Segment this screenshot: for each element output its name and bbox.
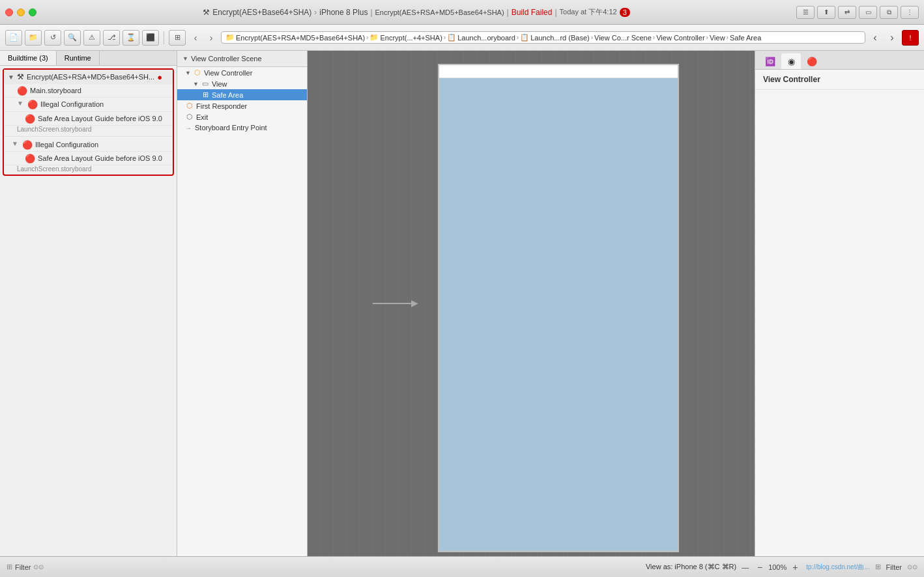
entry-point-arrow (373, 303, 412, 304)
search-icon[interactable]: 🔍 (64, 30, 81, 46)
view-icon: ▭ (201, 79, 210, 88)
error-icon-5: 🔴 (25, 154, 35, 163)
traffic-lights (5, 8, 36, 16)
issues-panel: Buildtime (3) Runtime ▼ ⚒ Encrypt(AES+RS… (0, 51, 177, 556)
build-status: Build Failed (512, 8, 553, 17)
bc-folder-icon-2: 📁 (369, 33, 379, 42)
issue-text-5: Safe Area Layout Guide before iOS 9.0 (38, 154, 169, 163)
inspector-title: View Controller (755, 70, 924, 90)
main-layout: Buildtime (3) Runtime ▼ ⚒ Encrypt(AES+RS… (0, 51, 924, 556)
issue-text-2: Illegal Configuration (40, 100, 169, 109)
inspector-content (755, 90, 924, 556)
canvas-area[interactable] (308, 51, 755, 556)
group-error-icon: ● (157, 73, 162, 81)
zoom-separator: — (742, 563, 749, 571)
tab-quick-help[interactable]: ◉ (781, 53, 801, 69)
grid-icon[interactable]: ⊞ (169, 30, 186, 46)
swap-icon[interactable]: ⇄ (838, 6, 856, 19)
tree-item-vc[interactable]: ▼ ⬡ View Controller (177, 67, 307, 78)
split-icon[interactable]: ⧉ (880, 6, 898, 19)
bc-item-6[interactable]: View (710, 34, 725, 42)
more-icon[interactable]: ⋮ (901, 6, 919, 19)
layout-icon[interactable]: ▭ (859, 6, 877, 19)
bc-forward[interactable]: › (885, 31, 899, 45)
minimize-button[interactable] (17, 8, 25, 16)
error-badge: 3 (620, 8, 630, 17)
issue-text-3: Safe Area Layout Guide before iOS 9.0 (38, 114, 169, 123)
nav-arrows: ‹ › (188, 31, 218, 45)
nav-back[interactable]: ‹ (188, 31, 203, 45)
view-as-label: View as: iPhone 8 (⌘C ⌘R) (646, 563, 736, 571)
bc-item-5[interactable]: View Controller (656, 34, 704, 42)
view-disclosure: ▼ (193, 81, 199, 87)
breadcrumb-bar[interactable]: 📁 Encrypt(AES+RSA+MD5+Base64+SHA) › 📁 En… (221, 31, 865, 44)
zoom-out-button[interactable]: − (754, 561, 766, 573)
tab-buildtime[interactable]: Buildtime (3) (0, 51, 57, 65)
issue-text-4: Illegal Configuration (35, 140, 169, 149)
bc-item-2[interactable]: Launch...oryboard (457, 34, 515, 42)
issue-item-illegal-config-2[interactable]: ▼ 🔴 Illegal Configuration (4, 138, 173, 152)
bc-item-0[interactable]: Encrypt(AES+RSA+MD5+Base64+SHA) (236, 34, 365, 42)
error-indicator[interactable]: ! (902, 30, 919, 46)
history-icon[interactable]: ⌛ (123, 30, 139, 46)
issue-item-safearea-2[interactable]: 🔴 Safe Area Layout Guide before iOS 9.0 (4, 152, 173, 165)
tab-runtime[interactable]: Runtime (57, 51, 100, 65)
folder-icon[interactable]: 📁 (25, 30, 42, 46)
scene-disclosure[interactable]: ▼ (182, 55, 188, 62)
phone-content (439, 78, 678, 551)
nav-forward[interactable]: › (204, 31, 218, 45)
responder-label: First Responder (196, 102, 247, 110)
git-icon[interactable]: ⎇ (103, 30, 120, 46)
status-right: View as: iPhone 8 (⌘C ⌘R) — − 100% + tp:… (646, 561, 917, 573)
bc-back[interactable]: ‹ (868, 31, 882, 45)
arrow-line (373, 303, 412, 304)
error-icon-1: 🔴 (17, 87, 27, 95)
arrow-icon: → (185, 124, 192, 132)
issue-item-mainstoryboard[interactable]: 🔴 Main.storyboard (4, 84, 173, 98)
filter-arrows-left: ⊙⊙ (33, 563, 44, 570)
blog-url: tp://blog.csdn.net/曲... (806, 563, 869, 572)
tree-item-storyboard-entry[interactable]: → Storyboard Entry Point (177, 122, 307, 133)
bc-item-7[interactable]: Safe Area (730, 34, 761, 42)
tab-identity[interactable]: 🔴 (802, 53, 822, 69)
bc-storyboard-icon: 📋 (447, 33, 456, 42)
issue-item-safearea-1[interactable]: 🔴 Safe Area Layout Guide before iOS 9.0 (4, 112, 173, 126)
responder-icon: ⬡ (185, 102, 194, 110)
zoom-level: 100% (768, 563, 787, 571)
phone-mockup (438, 64, 679, 552)
close-button[interactable] (5, 8, 13, 16)
tree-item-exit[interactable]: ⬡ Exit (177, 111, 307, 122)
refresh-icon[interactable]: ↺ (44, 30, 61, 46)
debug-icon[interactable]: ⬛ (142, 30, 159, 46)
bc-item-3[interactable]: Launch...rd (Base) (530, 34, 590, 42)
share-icon[interactable]: ⬆ (817, 6, 835, 19)
bc-item-1[interactable]: Encrypt(...+4+SHA) (380, 34, 442, 42)
issue-text-1: Main.storyboard (30, 86, 169, 95)
build-time: Today at 下午4:12 (560, 7, 617, 17)
error-icon-3: 🔴 (25, 115, 35, 123)
warning-icon[interactable]: ⚠ (83, 30, 100, 46)
file-icon[interactable]: 📄 (5, 30, 22, 46)
error-icon-4: 🔴 (22, 141, 33, 149)
tree-item-firstresponder[interactable]: ⬡ First Responder (177, 100, 307, 111)
tab-file[interactable]: 🆔 (760, 53, 780, 69)
group-label: Encrypt(AES+RSA+MD5+Base64+SH... (27, 73, 154, 81)
tree-item-view[interactable]: ▼ ▭ View (177, 78, 307, 89)
expand-icon: ▼ (8, 74, 14, 81)
issue-file-2: LaunchScreen.storyboard (4, 165, 173, 175)
inspector-tabs: 🆔 ◉ 🔴 (755, 51, 924, 70)
menu-icon[interactable]: ☰ (796, 6, 815, 19)
title-bar-center: ⚒ Encrypt(AES+Base64+SHA) › iPhone 8 Plu… (40, 7, 792, 17)
issue-item-illegal-config-1[interactable]: ▼ 🔴 Illegal Configuration (4, 98, 173, 111)
zoom-in-button[interactable]: + (789, 561, 801, 573)
app-name: Encrypt(AES+Base64+SHA) (212, 8, 311, 17)
disclosure-icon-2: ▼ (12, 140, 18, 147)
issue-group-header[interactable]: ▼ ⚒ Encrypt(AES+RSA+MD5+Base64+SH... ● (4, 70, 173, 84)
project-name: Encrypt(AES+RSA+MD5+Base64+SHA) (375, 8, 504, 16)
toolbar: 📄 📁 ↺ 🔍 ⚠ ⎇ ⌛ ⬛ ⊞ ‹ › 📁 Encrypt(AES+RSA+… (0, 25, 924, 51)
maximize-button[interactable] (29, 8, 36, 16)
tree-item-safearea[interactable]: ⊞ Safe Area (177, 89, 307, 100)
bc-item-4[interactable]: View Co...r Scene (594, 34, 652, 42)
title-icons: ☰ ⬆ ⇄ ▭ ⧉ ⋮ (796, 6, 919, 19)
project-icon: ⚒ (17, 72, 24, 81)
